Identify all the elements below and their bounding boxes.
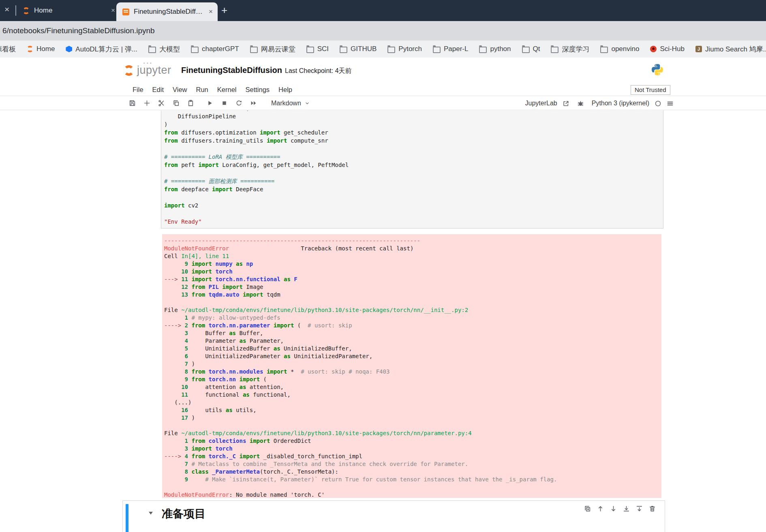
code-line: 3 import torch: [164, 445, 661, 453]
run-all-icon[interactable]: [250, 100, 257, 107]
copy-icon[interactable]: [173, 100, 180, 107]
bookmark-item[interactable]: chapterGPT: [191, 45, 239, 53]
bookmark-item[interactable]: Paper-L: [433, 45, 468, 53]
delete-cell-icon[interactable]: [649, 505, 656, 512]
new-tab-button[interactable]: +: [221, 4, 227, 17]
folder-icon: [191, 47, 199, 53]
notebook-title[interactable]: FinetuningStableDiffusion: [181, 66, 282, 75]
bookmark-label: Sci-Hub: [660, 45, 684, 53]
bookmark-label: AutoDL算力云 | 弹...: [75, 45, 137, 54]
menu-run[interactable]: Run: [196, 86, 208, 94]
bookmark-item[interactable]: 深度学习: [551, 45, 589, 54]
bookmark-item[interactable]: Sci-Hub: [650, 45, 684, 53]
bookmark-item[interactable]: Home: [27, 45, 55, 53]
bookmark-item[interactable]: 网易云课堂: [250, 45, 295, 54]
bookmark-item[interactable]: 大模型: [148, 45, 180, 54]
code-line: File ~/autodl-tmp/conda/envs/finetune/li…: [164, 306, 661, 314]
insert-cell-above-icon[interactable]: [623, 505, 630, 512]
tab-finetuning-stable-diffusion[interactable]: FinetuningStableDiffusion ×: [116, 2, 218, 21]
insert-cell-below-icon[interactable]: [636, 505, 643, 512]
bookmark-label: 网易云课堂: [261, 45, 295, 54]
jupyter-logo-icon: [23, 7, 30, 14]
code-line: from diffusers.optimization import get_s…: [164, 128, 663, 137]
add-cell-icon[interactable]: [143, 100, 150, 107]
code-line: [164, 299, 661, 306]
menu-settings[interactable]: Settings: [245, 86, 270, 94]
move-cell-down-icon[interactable]: [610, 505, 617, 512]
menu-file[interactable]: File: [133, 86, 143, 94]
address-bar[interactable]: 6/notebooks/FinetuningStableDiffusion.ip…: [0, 21, 766, 41]
folder-icon: [433, 47, 441, 53]
jupyter-header: •••jupyter FinetuningStableDiffusion Las…: [0, 58, 766, 83]
close-icon[interactable]: ×: [209, 8, 213, 16]
duplicate-cell-icon[interactable]: [584, 505, 591, 512]
folder-icon: [387, 47, 395, 53]
code-line: ----> 2 from torch.nn.parameter import (…: [164, 322, 661, 329]
bookmark-label: 源看板: [0, 45, 16, 54]
notebook-icon: [122, 9, 129, 15]
code-line: [164, 422, 661, 429]
save-icon[interactable]: [129, 100, 136, 107]
code-line: 11 functional as functional,: [164, 391, 661, 399]
close-icon[interactable]: ×: [111, 6, 115, 15]
markdown-heading: 准备项目: [162, 506, 205, 521]
folder-icon: [148, 47, 156, 53]
run-icon[interactable]: [206, 100, 213, 107]
bookmark-item[interactable]: Qt: [522, 45, 540, 53]
code-line: 7 # Metaclass to combine _TensorMeta and…: [164, 460, 661, 468]
code-line: 9 # Make `isinstance(t, Parameter)` retu…: [164, 476, 661, 483]
menu-kernel[interactable]: Kernel: [217, 86, 237, 94]
folder-icon: [306, 47, 314, 53]
code-line: ModuleNotFoundError: No module named 'to…: [164, 491, 661, 498]
external-link-icon[interactable]: [563, 100, 569, 107]
code-line: from peft import LoraConfig, get_peft_mo…: [164, 161, 663, 169]
cell-type-dropdown[interactable]: Markdown: [271, 100, 310, 107]
paste-icon[interactable]: [187, 100, 194, 107]
bookmark-label: Qt: [533, 45, 540, 53]
bookmark-item[interactable]: JJiumo Search 鸠摩...: [695, 45, 766, 54]
not-trusted-badge[interactable]: Not Trusted: [631, 85, 670, 95]
autodl-icon: [66, 46, 72, 52]
tab-home[interactable]: Home ×: [23, 0, 115, 21]
code-line: 10 import torch: [164, 268, 661, 276]
jupyter-wordmark: •••jupyter: [137, 64, 171, 77]
code-line: ---> 11 import torch.nn.functional as F: [164, 276, 661, 283]
bookmark-label: 深度学习: [562, 45, 589, 54]
code-line: ----> 4 from torch._C import _disabled_t…: [164, 453, 661, 460]
menu-view[interactable]: View: [173, 86, 187, 94]
bookmark-item[interactable]: GITHUB: [340, 45, 377, 53]
bookmark-item[interactable]: 源看板: [0, 45, 16, 54]
code-line: [164, 145, 663, 153]
code-cell-input[interactable]: UNet2DConditionModel, DiffusionPipeline)…: [161, 111, 663, 229]
jupyterlab-link[interactable]: JupyterLab: [525, 100, 557, 107]
bookmark-item[interactable]: python: [479, 45, 511, 53]
bookmarks-bar: 源看板HomeAutoDL算力云 | 弹...大模型chapterGPT网易云课…: [0, 41, 766, 58]
menu-help[interactable]: Help: [278, 86, 292, 94]
bookmark-item[interactable]: AutoDL算力云 | 弹...: [66, 45, 137, 54]
folder-icon: [551, 47, 558, 53]
restart-kernel-icon[interactable]: [235, 100, 242, 107]
bookmark-item[interactable]: Pytorch: [387, 45, 422, 53]
interrupt-kernel-icon[interactable]: [221, 100, 228, 107]
collapse-caret-icon[interactable]: [149, 512, 153, 515]
bookmark-label: SCI: [317, 45, 329, 53]
menu-icon[interactable]: [667, 100, 674, 107]
bookmark-item[interactable]: openvino: [600, 45, 639, 53]
cut-icon[interactable]: [158, 100, 165, 107]
error-output: ----------------------------------------…: [162, 234, 661, 498]
folder-icon: [340, 47, 347, 53]
code-line: 13 from tqdm.auto import tqdm: [164, 291, 661, 299]
folder-icon: [250, 47, 258, 53]
debugger-bug-icon[interactable]: [577, 100, 584, 107]
browser-tab-bar: × Home × FinetuningStableDiffusion × +: [0, 0, 766, 21]
kernel-name[interactable]: Python 3 (ipykernel): [592, 100, 649, 107]
jupyter-logo[interactable]: •••jupyter: [124, 64, 171, 77]
notebook-scroll-area[interactable]: UNet2DConditionModel, DiffusionPipeline)…: [0, 111, 766, 532]
close-icon[interactable]: ×: [4, 4, 9, 14]
move-cell-up-icon[interactable]: [597, 505, 604, 512]
menu-edit[interactable]: Edit: [152, 86, 164, 94]
browser-window: × Home × FinetuningStableDiffusion × + 6…: [0, 0, 766, 532]
code-line: Cell In[4], line 11: [164, 252, 661, 260]
markdown-cell[interactable]: 准备项目: [122, 500, 665, 532]
bookmark-item[interactable]: SCI: [306, 45, 329, 53]
